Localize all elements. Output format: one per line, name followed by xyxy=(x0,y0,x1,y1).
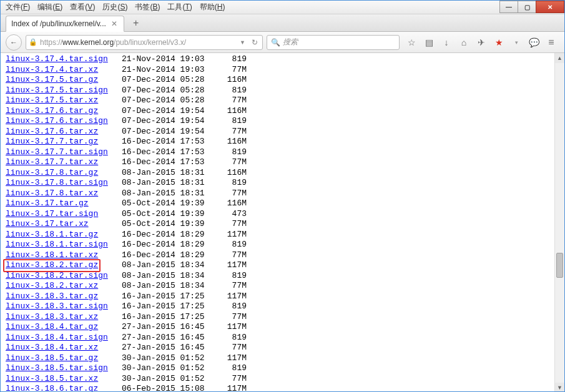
tab-close-icon[interactable]: ✕ xyxy=(110,19,119,28)
list-item: linux-3.18.1.tar.gz16-Dec-2014 18:29117M xyxy=(6,230,559,240)
file-link[interactable]: linux-3.17.5.tar.sign xyxy=(6,86,108,95)
file-size: 77M xyxy=(215,281,247,292)
search-bar[interactable]: 🔍 搜索 xyxy=(267,35,400,50)
list-item: linux-3.18.3.tar.sign16-Jan-2015 17:2581… xyxy=(6,301,559,312)
file-size: 116M xyxy=(215,106,247,117)
bookmark-star-icon[interactable]: ☆ xyxy=(406,37,417,47)
list-item: linux-3.18.2.tar.sign08-Jan-2015 18:3481… xyxy=(6,271,559,282)
vertical-scrollbar[interactable]: ▲ ▼ xyxy=(554,53,564,392)
minimize-button[interactable]: — xyxy=(499,1,518,13)
file-size: 77M xyxy=(215,312,247,323)
file-link[interactable]: linux-3.18.5.tar.gz xyxy=(6,353,98,363)
file-link[interactable]: linux-3.17.6.tar.gz xyxy=(6,106,98,115)
tab-active[interactable]: Index of /pub/linux/kernel/v... ✕ xyxy=(6,16,124,32)
file-link[interactable]: linux-3.17.tar.gz xyxy=(6,198,89,208)
favorites-star-icon[interactable]: ★ xyxy=(493,37,504,47)
file-date: 08-Jan-2015 18:34 xyxy=(122,271,215,282)
menu-item[interactable]: 书签(B) xyxy=(135,2,160,12)
menu-hamburger-icon[interactable]: ≡ xyxy=(546,37,557,48)
arrow-left-icon: ← xyxy=(10,38,17,47)
scroll-thumb[interactable] xyxy=(556,253,563,278)
list-item: linux-3.17.7.tar.gz16-Dec-2014 17:53116M xyxy=(6,137,559,147)
file-link[interactable]: linux-3.18.5.tar.xz xyxy=(6,374,98,383)
list-item: linux-3.17.7.tar.xz16-Dec-2014 17:5377M xyxy=(6,157,559,168)
file-size: 77M xyxy=(215,157,247,168)
file-link[interactable]: linux-3.18.5.tar.sign xyxy=(6,363,108,373)
scroll-down-arrow-icon[interactable]: ▼ xyxy=(555,383,564,392)
file-date: 30-Jan-2015 01:52 xyxy=(122,374,215,385)
file-link[interactable]: linux-3.18.1.tar.xz xyxy=(6,250,98,260)
list-item: linux-3.18.1.tar.sign16-Dec-2014 18:2981… xyxy=(6,240,559,250)
file-link[interactable]: linux-3.18.2.tar.sign xyxy=(6,271,108,280)
reader-icon[interactable]: ▤ xyxy=(423,37,435,47)
close-button[interactable]: ✕ xyxy=(536,1,564,13)
file-size: 117M xyxy=(215,230,247,240)
file-link[interactable]: linux-3.18.4.tar.sign xyxy=(6,333,108,342)
file-link[interactable]: linux-3.17.7.tar.gz xyxy=(6,137,98,146)
window-controls: — ▢ ✕ xyxy=(500,1,564,14)
reload-icon[interactable]: ↻ xyxy=(250,38,260,47)
file-link[interactable]: linux-3.17.4.tar.sign xyxy=(6,54,108,64)
file-size: 819 xyxy=(215,271,247,282)
file-link[interactable]: linux-3.17.5.tar.gz xyxy=(6,75,98,84)
file-date: 05-Oct-2014 19:39 xyxy=(122,209,215,220)
file-link[interactable]: linux-3.17.7.tar.sign xyxy=(6,147,108,157)
menu-item[interactable]: 查看(V) xyxy=(70,2,95,12)
file-link[interactable]: linux-3.18.1.tar.sign xyxy=(6,240,108,249)
list-item: linux-3.17.6.tar.gz07-Dec-2014 19:54116M xyxy=(6,106,559,117)
back-button[interactable]: ← xyxy=(6,34,22,51)
file-link[interactable]: linux-3.17.5.tar.xz xyxy=(6,96,98,105)
scroll-up-arrow-icon[interactable]: ▲ xyxy=(555,53,564,63)
file-link[interactable]: linux-3.18.1.tar.gz xyxy=(6,230,98,239)
file-link[interactable]: linux-3.18.4.tar.gz xyxy=(6,322,98,331)
list-item: linux-3.17.8.tar.gz08-Jan-2015 18:31116M xyxy=(6,168,559,179)
file-date: 07-Dec-2014 19:54 xyxy=(122,116,215,127)
file-link[interactable]: linux-3.18.2.tar.gz xyxy=(3,259,101,272)
file-link[interactable]: linux-3.17.7.tar.xz xyxy=(6,157,98,167)
home-icon[interactable]: ⌂ xyxy=(458,37,469,47)
maximize-button[interactable]: ▢ xyxy=(518,1,536,13)
file-size: 77M xyxy=(215,250,247,261)
file-link[interactable]: linux-3.17.6.tar.sign xyxy=(6,116,108,125)
favorites-dropdown-icon[interactable]: ▾ xyxy=(511,39,522,46)
url-dropdown-icon[interactable]: ▼ xyxy=(238,39,247,46)
file-link[interactable]: linux-3.17.6.tar.xz xyxy=(6,127,98,136)
file-date: 16-Jan-2015 17:25 xyxy=(122,312,215,323)
list-item: linux-3.17.tar.xz05-Oct-2014 19:3977M xyxy=(6,219,559,230)
file-link[interactable]: linux-3.17.8.tar.gz xyxy=(6,168,98,177)
file-date: 27-Jan-2015 16:45 xyxy=(122,343,215,353)
list-item: linux-3.17.5.tar.xz07-Dec-2014 05:2877M xyxy=(6,96,559,106)
menu-item[interactable]: 编辑(E) xyxy=(37,2,62,12)
list-item: linux-3.17.5.tar.gz07-Dec-2014 05:28116M xyxy=(6,75,559,86)
file-link[interactable]: linux-3.18.6.tar.gz xyxy=(6,384,98,392)
file-link[interactable]: linux-3.18.2.tar.xz xyxy=(6,281,98,290)
file-date: 16-Jan-2015 17:25 xyxy=(122,301,215,312)
chat-icon[interactable]: 💬 xyxy=(528,37,539,47)
file-link[interactable]: linux-3.18.3.tar.gz xyxy=(6,292,98,301)
file-link[interactable]: linux-3.17.8.tar.sign xyxy=(6,178,108,187)
file-date: 05-Oct-2014 19:39 xyxy=(122,198,215,209)
file-date: 08-Jan-2015 18:34 xyxy=(122,281,215,292)
send-icon[interactable]: ✈ xyxy=(476,37,487,47)
file-date: 16-Dec-2014 17:53 xyxy=(122,137,215,147)
list-item: linux-3.17.7.tar.sign16-Dec-2014 17:5381… xyxy=(6,147,559,158)
menu-item[interactable]: 历史(S) xyxy=(102,2,127,12)
menu-item[interactable]: 工具(T) xyxy=(167,2,192,12)
file-size: 819 xyxy=(215,147,247,158)
url-bar[interactable]: 🔒 https://www.kernel.org/pub/linux/kerne… xyxy=(26,35,263,50)
file-link[interactable]: linux-3.17.tar.sign xyxy=(6,209,98,218)
menu-item[interactable]: 文件(F) xyxy=(6,2,30,12)
file-size: 819 xyxy=(215,178,247,189)
menu-item[interactable]: 帮助(H) xyxy=(200,2,225,12)
file-link[interactable]: linux-3.17.4.tar.xz xyxy=(6,65,98,74)
downloads-icon[interactable]: ↓ xyxy=(441,37,452,47)
file-link[interactable]: linux-3.18.3.tar.sign xyxy=(6,301,108,311)
file-link[interactable]: linux-3.18.4.tar.xz xyxy=(6,343,98,352)
file-link[interactable]: linux-3.18.3.tar.xz xyxy=(6,312,98,321)
new-tab-button[interactable]: + xyxy=(128,15,144,31)
file-date: 07-Dec-2014 19:54 xyxy=(122,106,215,117)
file-size: 819 xyxy=(215,333,247,343)
file-link[interactable]: linux-3.17.tar.xz xyxy=(6,219,89,228)
list-item: linux-3.18.5.tar.gz30-Jan-2015 01:52117M xyxy=(6,353,559,364)
file-link[interactable]: linux-3.17.8.tar.xz xyxy=(6,189,98,198)
